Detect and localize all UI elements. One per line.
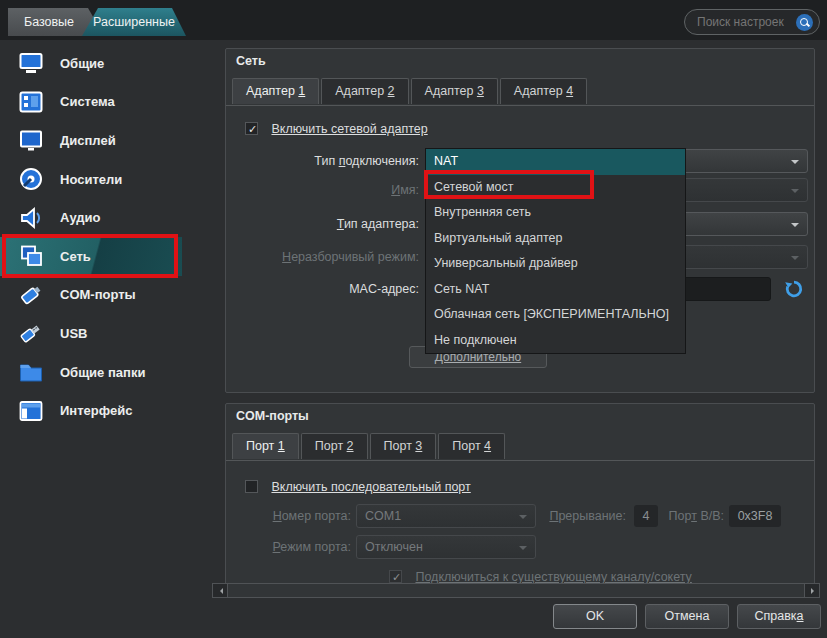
general-icon <box>18 50 44 76</box>
scroll-right-icon[interactable] <box>805 584 819 597</box>
enable-adapter-row: Включить сетевой адаптер <box>245 116 428 140</box>
connect-existing-pipe-label: Подключиться к существующему каналу/соке… <box>415 570 691 584</box>
search-icon[interactable] <box>796 14 813 31</box>
sidebar-item-serial[interactable]: COM-порты <box>0 276 212 315</box>
sidebar-item-label: Аудио <box>60 210 100 225</box>
scroll-left-icon[interactable] <box>213 584 227 597</box>
tab-adapter-3[interactable]: Адаптер 3 <box>411 78 498 104</box>
sidebar-item-system[interactable]: Система <box>0 83 212 122</box>
tab-port-3[interactable]: Порт 3 <box>370 433 437 459</box>
tab-adapter-1[interactable]: Адаптер 1 <box>232 78 319 104</box>
tab-port-1[interactable]: Порт 1 <box>232 433 299 459</box>
sidebar-item-label: Общие папки <box>60 365 145 380</box>
adapter-type-label: Тип адаптера: <box>226 212 419 236</box>
tab-divider <box>226 105 814 106</box>
display-icon <box>18 127 44 153</box>
tab-adapter-4[interactable]: Адаптер 4 <box>500 78 587 104</box>
tab-port-2[interactable]: Порт 2 <box>301 433 368 459</box>
refresh-mac-icon[interactable] <box>784 279 804 299</box>
serial-section: COM-порты Порт 1 Порт 2 Порт 3 Порт 4 Вк… <box>225 403 815 585</box>
promiscuous-mode-label: Неразборчивый режим: <box>226 245 419 269</box>
sidebar-item-usb[interactable]: USB <box>0 314 212 353</box>
sidebar-item-label: Носители <box>60 172 122 187</box>
io-port-field: 0x3F8 <box>729 505 781 527</box>
top-bar: Базовые Расширенные <box>0 0 827 40</box>
network-icon <box>18 243 44 269</box>
tab-divider <box>226 460 814 461</box>
dropdown-item-bridged[interactable]: Сетевой мост <box>426 175 685 201</box>
chevron-down-icon <box>519 515 527 523</box>
tab-port-4[interactable]: Порт 4 <box>438 433 505 459</box>
usb-icon <box>18 320 44 346</box>
chevron-down-icon <box>519 546 527 554</box>
sidebar-item-label: Интерфейс <box>60 403 132 418</box>
sidebar-item-label: Общие <box>60 56 104 71</box>
sidebar-item-label: Дисплей <box>60 133 116 148</box>
search-input[interactable] <box>697 15 796 29</box>
chevron-down-icon <box>791 256 799 264</box>
dropdown-item-natnetwork[interactable]: Сеть NAT <box>426 277 685 303</box>
adapter-tabs: Адаптер 1 Адаптер 2 Адаптер 3 Адаптер 4 <box>232 78 589 104</box>
dropdown-item-internal[interactable]: Внутренняя сеть <box>426 200 685 226</box>
port-number-label: Номер порта: <box>226 504 351 528</box>
port-mode-combo: Отключен <box>356 535 536 559</box>
dropdown-item-hostonly[interactable]: Виртуальный адаптер <box>426 226 685 252</box>
dropdown-item-generic[interactable]: Универсальный драйвер <box>426 251 685 277</box>
name-label: Имя: <box>226 178 419 202</box>
enable-serial-label: Включить последовательный порт <box>271 480 470 494</box>
sidebar-item-audio[interactable]: Аудио <box>0 198 212 237</box>
irq-label: Прерывание: <box>544 504 626 528</box>
settings-search[interactable] <box>684 9 820 35</box>
horizontal-scrollbar[interactable] <box>212 583 820 598</box>
irq-field: 4 <box>634 505 658 527</box>
tab-adapter-2[interactable]: Адаптер 2 <box>321 78 408 104</box>
sidebar-item-label: Система <box>60 94 115 109</box>
scrollbar-thumb[interactable] <box>227 584 805 597</box>
sidebar-item-label: USB <box>60 326 87 341</box>
enable-serial-checkbox[interactable] <box>245 480 258 493</box>
dropdown-item-nat[interactable]: NAT <box>426 149 685 175</box>
cancel-button[interactable]: Отмена <box>645 604 729 629</box>
dropdown-item-notattached[interactable]: Не подключен <box>426 328 685 354</box>
attachment-type-label: Тип подключения: <box>226 149 419 173</box>
serial-ports-icon <box>18 282 44 308</box>
port-mode-label: Режим порта: <box>226 535 351 559</box>
storage-icon <box>18 166 44 192</box>
sidebar-item-label: COM-порты <box>60 287 136 302</box>
interface-icon <box>18 398 44 424</box>
chevron-down-icon <box>791 189 799 197</box>
shared-folders-icon <box>18 359 44 385</box>
sidebar-item-storage[interactable]: Носители <box>0 160 212 199</box>
sidebar-item-display[interactable]: Дисплей <box>0 121 212 160</box>
enable-adapter-checkbox[interactable] <box>245 122 258 135</box>
port-number-combo: COM1 <box>356 504 536 528</box>
tab-expert[interactable]: Расширенные <box>82 8 186 36</box>
category-sidebar: Общие Система Дисплей Носители Аудио <box>0 44 212 430</box>
ok-button[interactable]: OK <box>553 604 637 629</box>
sidebar-item-shared-folders[interactable]: Общие папки <box>0 353 212 392</box>
connect-existing-pipe-checkbox <box>389 570 402 583</box>
system-icon <box>18 89 44 115</box>
chevron-down-icon <box>791 223 799 231</box>
enable-adapter-label: Включить сетевой адаптер <box>271 122 427 136</box>
sidebar-item-label: Сеть <box>60 249 91 264</box>
port-tabs: Порт 1 Порт 2 Порт 3 Порт 4 <box>232 433 507 459</box>
serial-section-title: COM-порты <box>236 409 309 423</box>
dropdown-item-cloud[interactable]: Облачная сеть [ЭКСПЕРИМЕНТАЛЬНО] <box>426 302 685 328</box>
sidebar-item-general[interactable]: Общие <box>0 44 212 83</box>
help-button[interactable]: Справка <box>737 604 821 629</box>
attachment-type-dropdown: NAT Сетевой мост Внутренняя сеть Виртуал… <box>425 148 686 354</box>
network-section-title: Сеть <box>236 54 266 68</box>
sidebar-item-interface[interactable]: Интерфейс <box>0 391 212 430</box>
sidebar-item-network[interactable]: Сеть <box>0 237 212 276</box>
io-port-label: Порт В/В: <box>666 504 724 528</box>
audio-icon <box>18 205 44 231</box>
chevron-down-icon <box>791 160 799 168</box>
mac-address-label: MAC-адрес: <box>226 277 419 301</box>
enable-serial-row: Включить последовательный порт <box>245 474 471 498</box>
